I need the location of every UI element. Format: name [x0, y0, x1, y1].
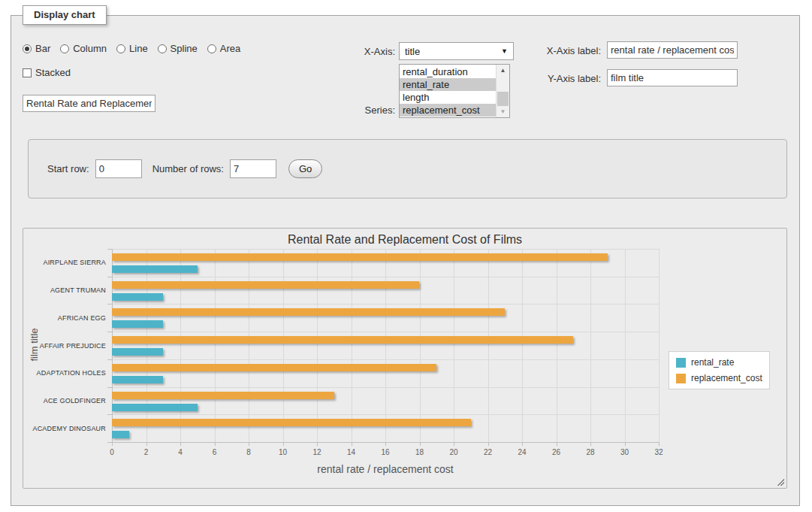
series-option-rental_duration[interactable]: rental_duration: [400, 65, 496, 78]
select-dropdown-arrow-icon: ▼: [501, 47, 508, 55]
radio-area[interactable]: Area: [207, 43, 240, 54]
gridline-vertical: [317, 249, 318, 442]
series-listbox[interactable]: rental_durationrental_ratelengthreplacem…: [399, 64, 510, 118]
category-label: AIRPLANE SIERRA: [26, 259, 106, 266]
bar-replacement_cost[interactable]: [112, 281, 419, 289]
bar-replacement_cost[interactable]: [112, 419, 471, 426]
number-of-rows-input[interactable]: [230, 159, 276, 178]
x-tick-label: 4: [169, 448, 192, 456]
x-tick-label: 10: [272, 448, 294, 456]
bar-rental_rate[interactable]: [112, 404, 198, 411]
gridline-vertical: [420, 249, 421, 442]
bar-replacement_cost[interactable]: [112, 336, 573, 344]
legend-label: rental_rate: [691, 357, 734, 368]
bar-replacement_cost[interactable]: [112, 253, 608, 261]
stacked-label: Stacked: [35, 67, 71, 78]
bar-rental_rate[interactable]: [112, 320, 163, 328]
y-axis-label-label: Y-Axis label:: [530, 73, 601, 84]
scroll-down-arrow-icon[interactable]: ▼: [497, 106, 509, 117]
bar-replacement_cost[interactable]: [112, 308, 505, 316]
radio-circle[interactable]: [23, 44, 32, 53]
fieldset-legend: Display chart: [23, 5, 107, 25]
radio-label: Spline: [171, 43, 198, 54]
x-tick-label: 30: [614, 448, 636, 456]
number-of-rows-label: Number of rows:: [152, 163, 224, 174]
bar-rental_rate[interactable]: [112, 376, 163, 383]
x-axis-select[interactable]: title ▼: [399, 42, 514, 60]
radio-circle[interactable]: [207, 44, 216, 53]
x-tick-label: 6: [204, 448, 226, 456]
radio-label: Column: [73, 43, 107, 54]
series-option-rental_rate[interactable]: rental_rate: [400, 78, 496, 91]
x-axis-label-label: X-Axis label:: [530, 45, 601, 56]
category-label: ACE GOLDFINGER: [26, 397, 106, 404]
radio-circle[interactable]: [116, 44, 125, 53]
radio-circle[interactable]: [158, 44, 167, 53]
legend-label: replacement_cost: [691, 373, 762, 383]
legend-item-rental_rate[interactable]: rental_rate: [676, 357, 762, 368]
row-range-box: Start row: Number of rows: Go: [28, 139, 787, 198]
chart-legend-items: rental_ratereplacement_cost: [676, 357, 762, 383]
x-tick-label: 12: [306, 448, 328, 456]
radio-circle[interactable]: [60, 44, 69, 53]
radio-column[interactable]: Column: [60, 43, 107, 54]
radio-spline[interactable]: Spline: [158, 43, 198, 54]
series-option-replacement_cost[interactable]: replacement_cost: [400, 104, 496, 117]
chart-legend: rental_ratereplacement_cost: [669, 351, 770, 389]
gridline-vertical: [590, 249, 591, 442]
series-listbox-scrollbar[interactable]: ▲ ▼: [496, 65, 509, 117]
series-listbox-label: Series:: [342, 105, 395, 116]
plot-area: 02468101214161820222426283032AIRPLANE SI…: [112, 249, 659, 442]
x-axis-selected-value: title: [405, 46, 420, 57]
legend-swatch: [676, 374, 686, 383]
go-button[interactable]: Go: [288, 159, 322, 178]
bar-rental_rate[interactable]: [112, 431, 129, 438]
scrollbar-thumb[interactable]: [497, 92, 509, 106]
category-label: AGENT TRUMAN: [26, 286, 106, 294]
x-tick-label: 22: [477, 448, 500, 456]
x-tick-label: 28: [579, 448, 602, 456]
resize-handle-icon[interactable]: [776, 477, 784, 486]
bar-rental_rate[interactable]: [112, 293, 163, 301]
scroll-up-arrow-icon[interactable]: ▲: [497, 65, 509, 76]
chart-title-input[interactable]: [23, 95, 155, 112]
radio-label: Line: [129, 43, 148, 54]
bar-replacement_cost[interactable]: [112, 364, 436, 371]
category-label: AFFAIR PREJUDICE: [26, 342, 106, 350]
x-axis-select-label: X-Axis:: [342, 46, 395, 57]
start-row-label: Start row:: [47, 163, 89, 174]
gridline-vertical: [454, 249, 454, 442]
gridline-vertical: [385, 249, 386, 442]
gridline-vertical: [249, 249, 249, 442]
series-option-length[interactable]: length: [400, 91, 496, 104]
x-tick-label: 24: [511, 448, 533, 456]
x-axis-line: [112, 442, 659, 443]
category-label: AFRICAN EGG: [26, 314, 106, 322]
x-tick-label: 2: [135, 448, 158, 456]
gridline-vertical: [146, 249, 147, 442]
legend-item-replacement_cost[interactable]: replacement_cost: [676, 373, 762, 383]
bar-rental_rate[interactable]: [112, 348, 163, 356]
x-tick-label: 18: [409, 448, 431, 456]
radio-label: Area: [220, 43, 240, 54]
series-listbox-options: rental_durationrental_ratelengthreplacem…: [400, 65, 496, 117]
category-label: ACADEMY DINOSAUR: [26, 425, 106, 432]
x-axis-tick: [659, 442, 660, 446]
gridline-vertical: [659, 249, 660, 442]
radio-label: Bar: [35, 43, 50, 54]
gridline-vertical: [215, 249, 216, 442]
radio-bar[interactable]: Bar: [23, 43, 50, 54]
chart-type-radio-group: BarColumnLineSplineArea: [23, 43, 240, 54]
x-tick-label: 8: [237, 448, 260, 456]
bar-replacement_cost[interactable]: [112, 392, 334, 399]
y-axis-label-input[interactable]: [607, 69, 738, 86]
stacked-checkbox-item[interactable]: Stacked: [23, 67, 71, 78]
bar-rental_rate[interactable]: [112, 265, 198, 273]
x-tick-label: 0: [101, 448, 123, 456]
start-row-input[interactable]: [95, 159, 142, 178]
stacked-checkbox[interactable]: [23, 68, 32, 77]
radio-line[interactable]: Line: [116, 43, 148, 54]
gridline-vertical: [557, 249, 557, 442]
x-tick-label: 20: [442, 448, 465, 456]
x-axis-label-input[interactable]: [607, 41, 738, 59]
